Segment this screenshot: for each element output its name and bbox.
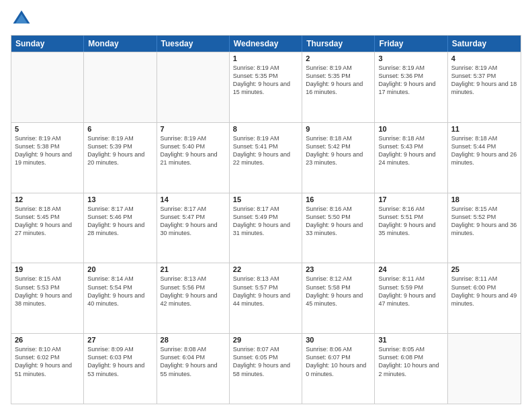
calendar-day-1: 1Sunrise: 8:19 AM Sunset: 5:35 PM Daylig…: [230, 52, 302, 122]
day-details: Sunrise: 8:07 AM Sunset: 6:05 PM Dayligh…: [233, 345, 298, 378]
day-number: 24: [378, 265, 443, 273]
day-details: Sunrise: 8:09 AM Sunset: 6:03 PM Dayligh…: [87, 345, 152, 378]
day-details: Sunrise: 8:18 AM Sunset: 5:42 PM Dayligh…: [306, 134, 371, 167]
day-number: 22: [233, 265, 298, 273]
header-cell-tuesday: Tuesday: [157, 36, 230, 52]
day-number: 3: [378, 54, 443, 62]
calendar-day-empty: [84, 52, 157, 122]
day-details: Sunrise: 8:18 AM Sunset: 5:44 PM Dayligh…: [451, 134, 517, 167]
day-number: 18: [451, 195, 517, 203]
calendar-day-30: 30Sunrise: 8:06 AM Sunset: 6:07 PM Dayli…: [302, 334, 375, 404]
calendar-day-18: 18Sunrise: 8:15 AM Sunset: 5:52 PM Dayli…: [448, 193, 521, 263]
day-number: 16: [306, 195, 371, 203]
calendar-day-19: 19Sunrise: 8:15 AM Sunset: 5:53 PM Dayli…: [11, 263, 84, 333]
day-number: 27: [87, 336, 152, 344]
day-details: Sunrise: 8:17 AM Sunset: 5:49 PM Dayligh…: [233, 205, 298, 238]
calendar-day-17: 17Sunrise: 8:16 AM Sunset: 5:51 PM Dayli…: [375, 193, 447, 263]
header-cell-thursday: Thursday: [302, 36, 375, 52]
day-number: 30: [306, 336, 371, 344]
day-details: Sunrise: 8:15 AM Sunset: 5:52 PM Dayligh…: [451, 205, 517, 238]
day-details: Sunrise: 8:10 AM Sunset: 6:02 PM Dayligh…: [15, 345, 80, 378]
calendar-day-28: 28Sunrise: 8:08 AM Sunset: 6:04 PM Dayli…: [157, 334, 230, 404]
day-number: 25: [451, 265, 517, 273]
calendar-day-empty: [11, 52, 84, 122]
calendar-day-20: 20Sunrise: 8:14 AM Sunset: 5:54 PM Dayli…: [84, 263, 157, 333]
day-details: Sunrise: 8:19 AM Sunset: 5:39 PM Dayligh…: [87, 134, 152, 167]
header-cell-monday: Monday: [84, 36, 157, 52]
day-details: Sunrise: 8:12 AM Sunset: 5:58 PM Dayligh…: [306, 275, 371, 308]
day-number: 29: [233, 336, 298, 344]
calendar-body: 1Sunrise: 8:19 AM Sunset: 5:35 PM Daylig…: [11, 52, 521, 404]
calendar-day-3: 3Sunrise: 8:19 AM Sunset: 5:36 PM Daylig…: [375, 52, 447, 122]
day-details: Sunrise: 8:15 AM Sunset: 5:53 PM Dayligh…: [15, 275, 80, 308]
day-details: Sunrise: 8:16 AM Sunset: 5:50 PM Dayligh…: [306, 205, 371, 238]
day-details: Sunrise: 8:13 AM Sunset: 5:57 PM Dayligh…: [233, 275, 298, 308]
day-number: 7: [161, 125, 226, 133]
calendar-week-2: 5Sunrise: 8:19 AM Sunset: 5:38 PM Daylig…: [11, 122, 521, 193]
day-details: Sunrise: 8:11 AM Sunset: 6:00 PM Dayligh…: [451, 275, 517, 308]
calendar-day-31: 31Sunrise: 8:05 AM Sunset: 6:08 PM Dayli…: [375, 334, 447, 404]
calendar-day-21: 21Sunrise: 8:13 AM Sunset: 5:56 PM Dayli…: [157, 263, 230, 333]
day-number: 2: [306, 54, 371, 62]
day-details: Sunrise: 8:17 AM Sunset: 5:46 PM Dayligh…: [87, 205, 152, 238]
calendar-day-23: 23Sunrise: 8:12 AM Sunset: 5:58 PM Dayli…: [302, 263, 375, 333]
day-number: 17: [378, 195, 443, 203]
calendar-week-1: 1Sunrise: 8:19 AM Sunset: 5:35 PM Daylig…: [11, 52, 521, 122]
calendar-day-7: 7Sunrise: 8:19 AM Sunset: 5:40 PM Daylig…: [157, 123, 230, 193]
calendar-day-22: 22Sunrise: 8:13 AM Sunset: 5:57 PM Dayli…: [230, 263, 302, 333]
day-details: Sunrise: 8:19 AM Sunset: 5:41 PM Dayligh…: [233, 134, 298, 167]
day-details: Sunrise: 8:19 AM Sunset: 5:37 PM Dayligh…: [451, 64, 517, 97]
calendar-day-12: 12Sunrise: 8:18 AM Sunset: 5:45 PM Dayli…: [11, 193, 84, 263]
day-number: 9: [306, 125, 371, 133]
calendar-day-empty: [157, 52, 230, 122]
calendar-week-5: 26Sunrise: 8:10 AM Sunset: 6:02 PM Dayli…: [11, 333, 521, 404]
day-number: 10: [378, 125, 443, 133]
calendar-day-27: 27Sunrise: 8:09 AM Sunset: 6:03 PM Dayli…: [84, 334, 157, 404]
day-details: Sunrise: 8:05 AM Sunset: 6:08 PM Dayligh…: [378, 345, 443, 378]
calendar-day-2: 2Sunrise: 8:19 AM Sunset: 5:35 PM Daylig…: [302, 52, 375, 122]
day-number: 8: [233, 125, 298, 133]
day-details: Sunrise: 8:17 AM Sunset: 5:47 PM Dayligh…: [161, 205, 226, 238]
calendar-day-15: 15Sunrise: 8:17 AM Sunset: 5:49 PM Dayli…: [230, 193, 302, 263]
day-details: Sunrise: 8:19 AM Sunset: 5:35 PM Dayligh…: [233, 64, 298, 97]
day-details: Sunrise: 8:06 AM Sunset: 6:07 PM Dayligh…: [306, 345, 371, 378]
day-details: Sunrise: 8:13 AM Sunset: 5:56 PM Dayligh…: [161, 275, 226, 308]
calendar-week-4: 19Sunrise: 8:15 AM Sunset: 5:53 PM Dayli…: [11, 263, 521, 333]
day-number: 26: [15, 336, 80, 344]
day-number: 20: [87, 265, 152, 273]
day-details: Sunrise: 8:19 AM Sunset: 5:38 PM Dayligh…: [15, 134, 80, 167]
calendar: SundayMondayTuesdayWednesdayThursdayFrid…: [11, 35, 521, 404]
calendar-week-3: 12Sunrise: 8:18 AM Sunset: 5:45 PM Dayli…: [11, 193, 521, 263]
day-number: 19: [15, 265, 80, 273]
calendar-header: SundayMondayTuesdayWednesdayThursdayFrid…: [11, 36, 521, 52]
header-cell-wednesday: Wednesday: [230, 36, 302, 52]
day-number: 5: [15, 125, 80, 133]
day-details: Sunrise: 8:18 AM Sunset: 5:43 PM Dayligh…: [378, 134, 443, 167]
day-details: Sunrise: 8:19 AM Sunset: 5:40 PM Dayligh…: [161, 134, 226, 167]
header-cell-saturday: Saturday: [448, 36, 521, 52]
calendar-day-25: 25Sunrise: 8:11 AM Sunset: 6:00 PM Dayli…: [448, 263, 521, 333]
calendar-day-8: 8Sunrise: 8:19 AM Sunset: 5:41 PM Daylig…: [230, 123, 302, 193]
header: [11, 8, 521, 30]
header-cell-sunday: Sunday: [11, 36, 84, 52]
day-number: 23: [306, 265, 371, 273]
day-number: 15: [233, 195, 298, 203]
calendar-day-16: 16Sunrise: 8:16 AM Sunset: 5:50 PM Dayli…: [302, 193, 375, 263]
day-number: 31: [378, 336, 443, 344]
day-number: 1: [233, 54, 298, 62]
day-details: Sunrise: 8:11 AM Sunset: 5:59 PM Dayligh…: [378, 275, 443, 308]
day-details: Sunrise: 8:16 AM Sunset: 5:51 PM Dayligh…: [378, 205, 443, 238]
calendar-day-5: 5Sunrise: 8:19 AM Sunset: 5:38 PM Daylig…: [11, 123, 84, 193]
calendar-day-10: 10Sunrise: 8:18 AM Sunset: 5:43 PM Dayli…: [375, 123, 447, 193]
day-details: Sunrise: 8:08 AM Sunset: 6:04 PM Dayligh…: [161, 345, 226, 378]
page: SundayMondayTuesdayWednesdayThursdayFrid…: [0, 0, 532, 411]
day-number: 21: [161, 265, 226, 273]
calendar-day-11: 11Sunrise: 8:18 AM Sunset: 5:44 PM Dayli…: [448, 123, 521, 193]
day-number: 14: [161, 195, 226, 203]
logo: [11, 8, 35, 30]
day-details: Sunrise: 8:19 AM Sunset: 5:36 PM Dayligh…: [378, 64, 443, 97]
calendar-day-24: 24Sunrise: 8:11 AM Sunset: 5:59 PM Dayli…: [375, 263, 447, 333]
header-cell-friday: Friday: [375, 36, 447, 52]
day-number: 11: [451, 125, 517, 133]
logo-icon: [11, 8, 32, 30]
